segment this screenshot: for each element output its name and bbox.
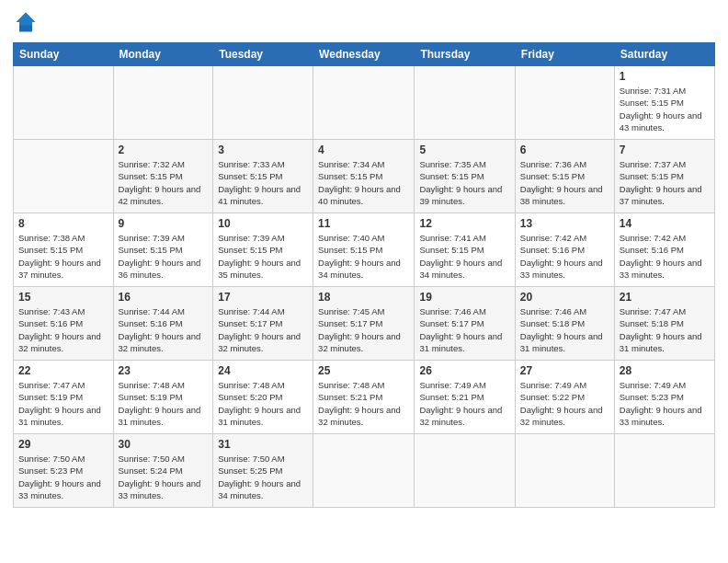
calendar-day-16: 16Sunrise: 7:44 AMSunset: 5:16 PMDayligh…	[113, 287, 213, 361]
day-info: Sunrise: 7:48 AMSunset: 5:20 PMDaylight:…	[218, 380, 301, 427]
empty-cell	[313, 66, 415, 140]
day-info: Sunrise: 7:50 AMSunset: 5:25 PMDaylight:…	[218, 454, 301, 500]
day-number: 3	[218, 144, 308, 156]
empty-cell	[14, 66, 114, 140]
empty-cell	[313, 434, 415, 508]
calendar-day-1: 1Sunrise: 7:31 AMSunset: 5:15 PMDaylight…	[614, 66, 714, 140]
day-info: Sunrise: 7:48 AMSunset: 5:21 PMDaylight:…	[318, 380, 401, 427]
day-number: 7	[620, 144, 710, 156]
day-number: 4	[318, 144, 409, 156]
day-info: Sunrise: 7:49 AMSunset: 5:21 PMDaylight:…	[419, 380, 502, 427]
calendar-day-13: 13Sunrise: 7:42 AMSunset: 5:16 PMDayligh…	[515, 213, 614, 287]
calendar-day-2: 2Sunrise: 7:32 AMSunset: 5:15 PMDaylight…	[113, 140, 213, 213]
day-number: 31	[218, 438, 308, 451]
day-info: Sunrise: 7:33 AMSunset: 5:15 PMDaylight:…	[218, 159, 301, 206]
calendar-day-27: 27Sunrise: 7:49 AMSunset: 5:22 PMDayligh…	[515, 361, 614, 434]
day-info: Sunrise: 7:50 AMSunset: 5:23 PMDaylight:…	[18, 454, 101, 500]
logo	[13, 9, 42, 35]
day-number: 15	[18, 291, 108, 304]
day-number: 22	[18, 364, 108, 377]
day-number: 18	[318, 291, 409, 304]
day-number: 28	[620, 364, 710, 377]
calendar-day-24: 24Sunrise: 7:48 AMSunset: 5:20 PMDayligh…	[213, 361, 313, 434]
day-number: 16	[119, 291, 209, 304]
page-container: SundayMondayTuesdayWednesdayThursdayFrid…	[0, 0, 728, 563]
day-number: 27	[520, 364, 609, 377]
day-info: Sunrise: 7:47 AMSunset: 5:19 PMDaylight:…	[18, 380, 101, 427]
day-info: Sunrise: 7:49 AMSunset: 5:22 PMDaylight:…	[520, 380, 603, 427]
weekday-header-friday: Friday	[515, 43, 614, 66]
day-number: 26	[419, 364, 509, 377]
calendar-day-11: 11Sunrise: 7:40 AMSunset: 5:15 PMDayligh…	[313, 213, 415, 287]
calendar-table: SundayMondayTuesdayWednesdayThursdayFrid…	[13, 42, 715, 508]
day-number: 9	[119, 217, 209, 230]
day-info: Sunrise: 7:34 AMSunset: 5:15 PMDaylight:…	[318, 159, 401, 206]
empty-cell	[515, 66, 614, 140]
day-info: Sunrise: 7:44 AMSunset: 5:16 PMDaylight:…	[119, 306, 201, 353]
calendar-day-14: 14Sunrise: 7:42 AMSunset: 5:16 PMDayligh…	[614, 213, 714, 287]
day-info: Sunrise: 7:31 AMSunset: 5:15 PMDaylight:…	[620, 86, 702, 132]
day-info: Sunrise: 7:36 AMSunset: 5:15 PMDaylight:…	[520, 159, 603, 206]
calendar-day-17: 17Sunrise: 7:44 AMSunset: 5:17 PMDayligh…	[213, 287, 313, 361]
calendar-week-row: 1Sunrise: 7:31 AMSunset: 5:15 PMDaylight…	[14, 66, 715, 140]
calendar-day-5: 5Sunrise: 7:35 AMSunset: 5:15 PMDaylight…	[415, 140, 515, 213]
calendar-day-3: 3Sunrise: 7:33 AMSunset: 5:15 PMDaylight…	[213, 140, 313, 213]
day-info: Sunrise: 7:43 AMSunset: 5:16 PMDaylight:…	[18, 306, 101, 353]
svg-marker-1	[17, 13, 36, 26]
day-number: 25	[318, 364, 409, 377]
calendar-day-8: 8Sunrise: 7:38 AMSunset: 5:15 PMDaylight…	[14, 213, 114, 287]
day-info: Sunrise: 7:39 AMSunset: 5:15 PMDaylight:…	[218, 233, 301, 280]
empty-cell	[415, 434, 515, 508]
calendar-week-row: 29Sunrise: 7:50 AMSunset: 5:23 PMDayligh…	[14, 434, 715, 508]
calendar-week-row: 2Sunrise: 7:32 AMSunset: 5:15 PMDaylight…	[14, 140, 715, 213]
weekday-header-thursday: Thursday	[415, 43, 515, 66]
day-info: Sunrise: 7:42 AMSunset: 5:16 PMDaylight:…	[620, 233, 702, 280]
day-info: Sunrise: 7:40 AMSunset: 5:15 PMDaylight:…	[318, 233, 401, 280]
day-number: 2	[119, 144, 209, 156]
day-info: Sunrise: 7:39 AMSunset: 5:15 PMDaylight:…	[119, 233, 201, 280]
day-info: Sunrise: 7:50 AMSunset: 5:24 PMDaylight:…	[119, 454, 201, 500]
day-number: 8	[18, 217, 108, 230]
calendar-week-row: 8Sunrise: 7:38 AMSunset: 5:15 PMDaylight…	[14, 213, 715, 287]
empty-cell	[14, 140, 114, 213]
weekday-header-sunday: Sunday	[14, 43, 114, 66]
calendar-day-9: 9Sunrise: 7:39 AMSunset: 5:15 PMDaylight…	[113, 213, 213, 287]
calendar-day-20: 20Sunrise: 7:46 AMSunset: 5:18 PMDayligh…	[515, 287, 614, 361]
day-number: 14	[620, 217, 710, 230]
day-number: 10	[218, 217, 308, 230]
empty-cell	[415, 66, 515, 140]
calendar-day-4: 4Sunrise: 7:34 AMSunset: 5:15 PMDaylight…	[313, 140, 415, 213]
day-number: 24	[218, 364, 308, 377]
empty-cell	[614, 434, 714, 508]
day-info: Sunrise: 7:47 AMSunset: 5:18 PMDaylight:…	[620, 306, 702, 353]
calendar-day-15: 15Sunrise: 7:43 AMSunset: 5:16 PMDayligh…	[14, 287, 114, 361]
calendar-day-22: 22Sunrise: 7:47 AMSunset: 5:19 PMDayligh…	[14, 361, 114, 434]
weekday-header-saturday: Saturday	[614, 43, 714, 66]
day-number: 6	[520, 144, 609, 156]
day-number: 1	[620, 70, 710, 83]
calendar-day-6: 6Sunrise: 7:36 AMSunset: 5:15 PMDaylight…	[515, 140, 614, 213]
day-info: Sunrise: 7:37 AMSunset: 5:15 PMDaylight:…	[620, 159, 702, 206]
day-info: Sunrise: 7:49 AMSunset: 5:23 PMDaylight:…	[620, 380, 702, 427]
day-number: 11	[318, 217, 409, 230]
day-info: Sunrise: 7:44 AMSunset: 5:17 PMDaylight:…	[218, 306, 301, 353]
empty-cell	[213, 66, 313, 140]
day-number: 29	[18, 438, 108, 451]
calendar-day-19: 19Sunrise: 7:46 AMSunset: 5:17 PMDayligh…	[415, 287, 515, 361]
calendar-day-23: 23Sunrise: 7:48 AMSunset: 5:19 PMDayligh…	[113, 361, 213, 434]
empty-cell	[113, 66, 213, 140]
calendar-day-7: 7Sunrise: 7:37 AMSunset: 5:15 PMDaylight…	[614, 140, 714, 213]
day-number: 13	[520, 217, 609, 230]
calendar-day-18: 18Sunrise: 7:45 AMSunset: 5:17 PMDayligh…	[313, 287, 415, 361]
calendar-day-26: 26Sunrise: 7:49 AMSunset: 5:21 PMDayligh…	[415, 361, 515, 434]
day-number: 20	[520, 291, 609, 304]
day-number: 17	[218, 291, 308, 304]
weekday-header-wednesday: Wednesday	[313, 43, 415, 66]
day-info: Sunrise: 7:45 AMSunset: 5:17 PMDaylight:…	[318, 306, 401, 353]
calendar-week-row: 15Sunrise: 7:43 AMSunset: 5:16 PMDayligh…	[14, 287, 715, 361]
header	[13, 9, 715, 35]
calendar-day-31: 31Sunrise: 7:50 AMSunset: 5:25 PMDayligh…	[213, 434, 313, 508]
calendar-day-21: 21Sunrise: 7:47 AMSunset: 5:18 PMDayligh…	[614, 287, 714, 361]
day-info: Sunrise: 7:35 AMSunset: 5:15 PMDaylight:…	[419, 159, 502, 206]
calendar-day-30: 30Sunrise: 7:50 AMSunset: 5:24 PMDayligh…	[113, 434, 213, 508]
